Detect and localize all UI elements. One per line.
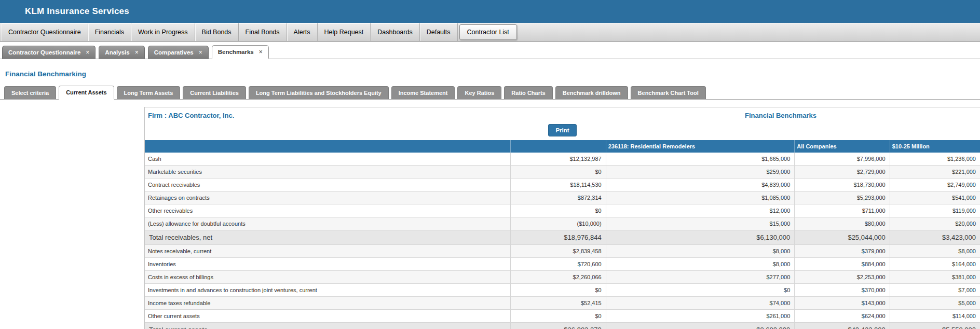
cell-value: $0 bbox=[511, 284, 606, 297]
row-label: Marketable securities bbox=[145, 166, 511, 179]
cell-value: $52,415 bbox=[511, 297, 606, 310]
table-row: Investments in and advances to construct… bbox=[145, 284, 980, 297]
menu-tab-alerts[interactable]: Alerts bbox=[287, 23, 318, 41]
section-tab-ratio-charts[interactable]: Ratio Charts bbox=[504, 86, 552, 99]
workspace-tab-label: Contractor Questionnaire bbox=[8, 49, 80, 56]
workspace-tab-bar: Contractor Questionnaire×Analysis×Compar… bbox=[0, 43, 980, 59]
cell-value: $2,839,458 bbox=[511, 245, 606, 258]
menu-tab-dashboards[interactable]: Dashboards bbox=[371, 23, 419, 41]
cell-value: $40,422,000 bbox=[795, 323, 890, 329]
menu-tab-contractor-list[interactable]: Contractor List bbox=[459, 24, 517, 40]
column-header-label bbox=[145, 140, 511, 153]
print-button[interactable]: Print bbox=[548, 124, 576, 136]
row-label: Retainages on contracts bbox=[145, 191, 511, 204]
cell-value: $12,000 bbox=[606, 204, 795, 217]
cell-value: $5,000 bbox=[890, 297, 980, 310]
row-label: Total current assets bbox=[145, 323, 511, 329]
benchmark-panel: Firm : ABC Contractor, Inc. Financial Be… bbox=[144, 107, 980, 329]
cell-value: $1,085,000 bbox=[606, 191, 795, 204]
cell-value: $0 bbox=[511, 310, 606, 323]
cell-value: $711,000 bbox=[795, 204, 890, 217]
table-row: Inventories$720,600$8,000$884,000$164,00… bbox=[145, 258, 980, 271]
cell-value: $114,000 bbox=[890, 310, 980, 323]
cell-value: $74,000 bbox=[606, 297, 795, 310]
firm-label: Firm : ABC Contractor, Inc. bbox=[148, 112, 234, 119]
table-row: Notes receivable, current$2,839,458$8,00… bbox=[145, 245, 980, 258]
section-tab-benchmark-chart-tool[interactable]: Benchmark Chart Tool bbox=[631, 86, 706, 99]
cell-value: $36,982,370 bbox=[511, 323, 606, 329]
row-label: Inventories bbox=[145, 258, 511, 271]
workspace-tab-analysis[interactable]: Analysis× bbox=[99, 46, 144, 59]
section-tab-long-term-assets[interactable]: Long Term Assets bbox=[117, 86, 181, 99]
menu-tab-final-bonds[interactable]: Final Bonds bbox=[239, 23, 287, 41]
menu-tab-financials[interactable]: Financials bbox=[88, 23, 131, 41]
cell-value: $884,000 bbox=[795, 258, 890, 271]
cell-value: $8,680,000 bbox=[606, 323, 795, 329]
table-row: Other receivables$0$12,000$711,000$119,0… bbox=[145, 204, 980, 217]
table-row: Income taxes refundable$52,415$74,000$14… bbox=[145, 297, 980, 310]
row-label: Other current assets bbox=[145, 310, 511, 323]
cell-value: $5,558,000 bbox=[890, 323, 980, 329]
section-tab-income-statement[interactable]: Income Statement bbox=[391, 86, 455, 99]
menu-tab-work-in-progress[interactable]: Work in Progress bbox=[131, 23, 195, 41]
close-icon[interactable]: × bbox=[259, 49, 263, 55]
column-header-all-companies: All Companies bbox=[795, 140, 890, 153]
close-icon[interactable]: × bbox=[86, 49, 89, 56]
workspace-tab-label: Benchmarks bbox=[218, 49, 254, 55]
cell-value: $221,000 bbox=[890, 166, 980, 179]
cell-value: $25,044,000 bbox=[795, 230, 890, 245]
section-tab-long-term-liabilities-and-stockholders-equity[interactable]: Long Term Liabilities and Stockholders E… bbox=[249, 86, 389, 99]
table-row: Contract receivables$18,114,530$4,839,00… bbox=[145, 179, 980, 191]
cell-value: $2,749,000 bbox=[890, 179, 980, 191]
workspace-tab-benchmarks[interactable]: Benchmarks× bbox=[212, 45, 269, 59]
app-header: KLM Insurance Services bbox=[0, 0, 980, 23]
table-row: Marketable securities$0$259,000$2,729,00… bbox=[145, 166, 980, 179]
cell-value: $143,000 bbox=[795, 297, 890, 310]
panel-head: Firm : ABC Contractor, Inc. Financial Be… bbox=[145, 107, 980, 123]
workspace-tab-comparatives[interactable]: Comparatives× bbox=[148, 46, 209, 59]
cell-value: $164,000 bbox=[890, 258, 980, 271]
table-row: Other current assets$0$261,000$624,000$1… bbox=[145, 310, 980, 323]
cell-value: $3,423,000 bbox=[890, 230, 980, 245]
print-row: Print bbox=[145, 123, 980, 140]
benchmark-table: 236118: Residential Remodelers All Compa… bbox=[145, 140, 980, 329]
workspace-tab-label: Comparatives bbox=[154, 49, 194, 56]
close-icon[interactable]: × bbox=[135, 49, 139, 56]
workspace-tab-label: Analysis bbox=[105, 49, 129, 56]
workspace-tab-contractor-questionnaire[interactable]: Contractor Questionnaire× bbox=[2, 46, 96, 59]
column-header-residential-remodelers: 236118: Residential Remodelers bbox=[606, 140, 795, 153]
table-row: Total receivables, net$18,976,844$6,130,… bbox=[145, 230, 980, 245]
cell-value: $4,839,000 bbox=[606, 179, 795, 191]
menu-tab-defaults[interactable]: Defaults bbox=[420, 23, 458, 41]
cell-value: $370,000 bbox=[795, 284, 890, 297]
row-label: Cash bbox=[145, 153, 511, 166]
row-label: (Less) allowance for doubtful accounts bbox=[145, 217, 511, 230]
row-label: Total receivables, net bbox=[145, 230, 511, 245]
cell-value: $6,130,000 bbox=[606, 230, 795, 245]
cell-value: $8,000 bbox=[606, 258, 795, 271]
section-tab-current-liabilities[interactable]: Current Liabilities bbox=[183, 86, 246, 99]
cell-value: $2,260,066 bbox=[511, 271, 606, 284]
row-label: Contract receivables bbox=[145, 179, 511, 191]
close-icon[interactable]: × bbox=[199, 49, 202, 56]
cell-value: $7,000 bbox=[890, 284, 980, 297]
section-tab-current-assets[interactable]: Current Assets bbox=[59, 86, 114, 100]
cell-value: $381,000 bbox=[890, 271, 980, 284]
table-row: Costs in excess of billings$2,260,066$27… bbox=[145, 271, 980, 284]
table-row: (Less) allowance for doubtful accounts($… bbox=[145, 217, 980, 230]
cell-value: $2,253,000 bbox=[795, 271, 890, 284]
cell-value: $261,000 bbox=[606, 310, 795, 323]
cell-value: $7,996,000 bbox=[795, 153, 890, 166]
section-tab-key-ratios[interactable]: Key Ratios bbox=[457, 86, 501, 99]
row-label: Costs in excess of billings bbox=[145, 271, 511, 284]
section-tab-select-criteria[interactable]: Select criteria bbox=[4, 86, 56, 99]
table-row: Cash$12,132,987$1,665,000$7,996,000$1,23… bbox=[145, 153, 980, 166]
menu-tab-bid-bonds[interactable]: Bid Bonds bbox=[195, 23, 239, 41]
row-label: Income taxes refundable bbox=[145, 297, 511, 310]
row-label: Other receivables bbox=[145, 204, 511, 217]
app-title: KLM Insurance Services bbox=[25, 6, 129, 17]
table-body: Cash$12,132,987$1,665,000$7,996,000$1,23… bbox=[145, 153, 980, 329]
section-tab-benchmark-drilldown[interactable]: Benchmark drilldown bbox=[555, 86, 628, 99]
menu-tab-help-request[interactable]: Help Request bbox=[318, 23, 371, 41]
menu-tab-contractor-questionnaire[interactable]: Contractor Questionnaire bbox=[2, 23, 88, 41]
